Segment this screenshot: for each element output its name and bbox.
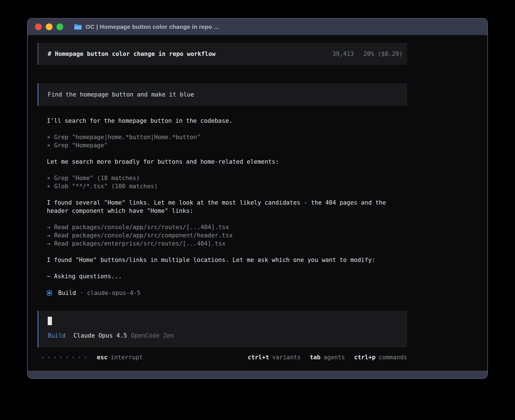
arrow-right-icon: → xyxy=(47,240,51,247)
status-bar: ▪▪▪▪▪▪▪▪ esc interrupt ctrl+t variants t… xyxy=(38,353,407,362)
agent-model: claude-opus-4-5 xyxy=(87,290,141,296)
hint-variants: ctrl+t variants xyxy=(248,354,301,361)
assistant-text: Let me search more broadly for buttons a… xyxy=(47,158,390,166)
model-label: Claude Opus 4.5 xyxy=(73,332,127,339)
context-cost: 20% ($0.29) xyxy=(363,51,403,57)
tool-asterisk-icon: ∗ xyxy=(47,183,51,190)
prompt-input[interactable]: Build Claude Opus 4.5 OpenCode Zen xyxy=(38,311,407,347)
assistant-text: I'll search for the homepage button in t… xyxy=(47,117,390,125)
assistant-text: I found several "Home" links. Let me loo… xyxy=(47,199,390,215)
titlebar: OC | Homepage button color change in rep… xyxy=(28,19,487,35)
folder-icon xyxy=(74,23,82,30)
arrow-right-icon: → xyxy=(47,224,51,231)
hint-agents: tab agents xyxy=(310,354,345,361)
assistant-text: I found "Home" buttons/links in multiple… xyxy=(47,256,390,264)
text-cursor xyxy=(48,317,52,325)
status-asking-questions: ~ Asking questions... xyxy=(47,272,390,281)
agent-name: Build xyxy=(58,290,76,296)
tool-asterisk-icon: ∗ xyxy=(47,142,51,149)
window-title: OC | Homepage button color change in rep… xyxy=(86,23,219,30)
tool-call-glob: ∗Glob "**/*.tsx" (100 matches) xyxy=(47,182,390,191)
token-count: 39,413 xyxy=(332,51,354,57)
terminal-content: # Homepage button color change in repo w… xyxy=(28,35,487,371)
tui-column: # Homepage button color change in repo w… xyxy=(38,35,407,362)
window-footer-strip xyxy=(28,371,487,378)
tool-call-read: →Read packages/console/app/src/component… xyxy=(47,231,390,240)
input-meta: Build Claude Opus 4.5 OpenCode Zen xyxy=(48,332,407,339)
tool-call-grep: ∗Grep "homepage|home.*button|Home.*butto… xyxy=(47,133,390,141)
tool-asterisk-icon: ∗ xyxy=(47,134,51,141)
maximize-button[interactable] xyxy=(56,23,63,30)
terminal-window: OC | Homepage button color change in rep… xyxy=(27,18,488,379)
agent-square-icon xyxy=(47,290,52,296)
status-left: ▪▪▪▪▪▪▪▪ esc interrupt xyxy=(42,353,143,362)
arrow-right-icon: → xyxy=(47,232,51,239)
session-stats: 39,413 20% ($0.29) xyxy=(332,51,403,57)
spinner-dots-icon: ▪▪▪▪▪▪▪▪ xyxy=(42,353,91,362)
esc-key-hint: esc xyxy=(97,354,108,361)
assistant-output: I'll search for the homepage button in t… xyxy=(38,117,407,281)
tool-call-grep: ∗Grep "Home" (18 matches) xyxy=(47,174,390,182)
interrupt-label: interrupt xyxy=(111,354,143,361)
mode-label: Build xyxy=(48,332,66,339)
tool-call-read: →Read packages/enterprise/src/routes/[..… xyxy=(47,240,390,248)
status-right: ctrl+t variants tab agents ctrl+p comman… xyxy=(248,354,407,361)
user-message: Find the homepage button and make it blu… xyxy=(38,83,407,106)
traffic-lights xyxy=(35,23,63,30)
session-title: # Homepage button color change in repo w… xyxy=(48,51,215,57)
badge-separator: · xyxy=(80,290,83,296)
tool-call-grep: ∗Grep "Homepage" xyxy=(47,141,390,150)
tool-call-read: →Read packages/console/app/src/routes/[.… xyxy=(47,223,390,231)
provider-label: OpenCode Zen xyxy=(131,332,174,339)
close-button[interactable] xyxy=(35,23,42,30)
agent-badge: Build · claude-opus-4-5 xyxy=(38,289,407,297)
hint-commands: ctrl+p commands xyxy=(354,354,407,361)
session-header: # Homepage button color change in repo w… xyxy=(38,43,407,65)
tool-asterisk-icon: ∗ xyxy=(47,175,51,181)
user-message-text: Find the homepage button and make it blu… xyxy=(48,91,194,98)
minimize-button[interactable] xyxy=(46,23,53,30)
